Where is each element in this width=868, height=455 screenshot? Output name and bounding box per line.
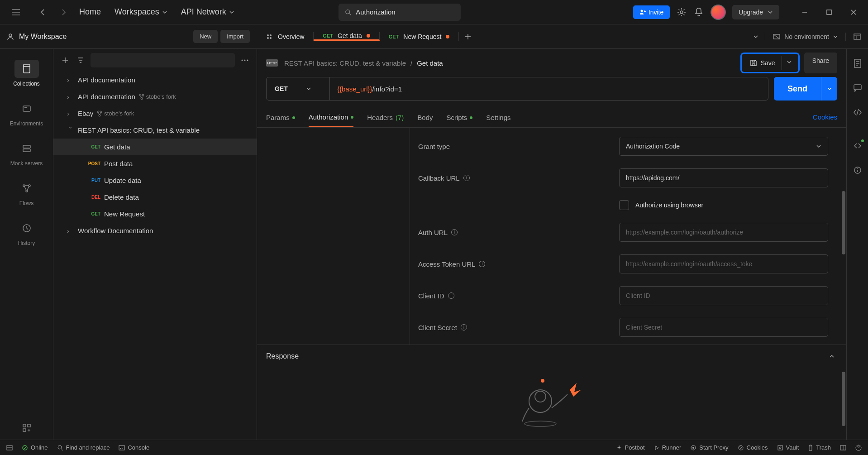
environment-selector[interactable]: No environment [765, 33, 845, 41]
rail-configure-icon[interactable] [21, 422, 32, 433]
method-selector[interactable]: GET [267, 77, 330, 100]
workspaces-nav[interactable]: Workspaces [114, 7, 167, 17]
home-nav[interactable]: Home [79, 7, 101, 17]
subtab-body[interactable]: Body [417, 108, 433, 127]
rail-collections[interactable]: Collections [0, 53, 53, 93]
client-id-input[interactable] [626, 292, 821, 299]
tree-folder[interactable]: › Ebay stobe's fork [53, 105, 257, 122]
sidebar-more-button[interactable] [239, 55, 250, 66]
save-button[interactable]: Save [744, 56, 782, 70]
upgrade-button[interactable]: Upgrade [732, 5, 779, 19]
import-button[interactable]: Import [220, 30, 250, 43]
subtab-scripts[interactable]: Scripts [447, 108, 473, 127]
callback-url-input[interactable] [626, 174, 821, 182]
svg-point-4 [9, 34, 12, 37]
sidebar-search[interactable] [91, 53, 235, 67]
subtab-authorization[interactable]: Authorization [309, 108, 354, 127]
save-dropdown-button[interactable] [782, 56, 796, 70]
rail-flows[interactable]: Flows [0, 173, 53, 213]
tree-request[interactable]: GET Get data [53, 139, 257, 155]
status-online[interactable]: Online [22, 444, 48, 451]
tree-request[interactable]: GET New Request [53, 206, 257, 222]
tab-overview[interactable]: Overview [256, 32, 314, 41]
status-find-replace[interactable]: Find and replace [57, 444, 110, 451]
global-search[interactable] [339, 4, 461, 21]
subtab-params[interactable]: Params [266, 108, 295, 127]
send-button[interactable]: Send [774, 77, 821, 101]
tree-request[interactable]: PUT Update data [53, 172, 257, 189]
hamburger-menu-icon[interactable] [9, 5, 23, 19]
rail-history[interactable]: History [0, 213, 53, 253]
right-rail-comments-icon[interactable] [852, 82, 863, 93]
settings-icon[interactable] [676, 7, 687, 18]
send-dropdown-button[interactable] [821, 77, 837, 101]
auth-url-input[interactable] [626, 229, 821, 236]
info-icon[interactable]: i [448, 292, 454, 299]
authorize-browser-checkbox[interactable] [619, 200, 629, 210]
status-start-proxy[interactable]: Start Proxy [690, 444, 728, 451]
tree-folder[interactable]: › API documentation stobe's fork [53, 88, 257, 105]
status-console[interactable]: Console [119, 444, 149, 451]
window-minimize-icon[interactable] [799, 7, 810, 18]
global-search-input[interactable] [356, 8, 454, 16]
status-vault[interactable]: Vault [777, 444, 799, 451]
right-rail-related-icon[interactable] [852, 140, 863, 151]
back-button[interactable] [36, 5, 50, 19]
status-panel-icon[interactable] [6, 445, 13, 450]
tree-folder[interactable]: › REST API basics: CRUD, test & variable [53, 122, 257, 139]
right-rail-code-icon[interactable] [852, 107, 863, 118]
notifications-icon[interactable] [693, 7, 704, 18]
tree-folder[interactable]: › Workflow Documentation [53, 222, 257, 239]
status-runner[interactable]: Runner [654, 444, 682, 451]
right-rail-info-icon[interactable] [852, 165, 863, 176]
env-quick-look[interactable] [845, 33, 868, 41]
new-tab-button[interactable] [459, 32, 477, 41]
svg-point-50 [779, 447, 781, 449]
tab-get-data[interactable]: GET Get data [314, 32, 379, 41]
sidebar-filter-button[interactable] [75, 55, 86, 66]
workspace-name[interactable]: My Workspace [6, 33, 67, 41]
tree-folder[interactable]: › API documentation [53, 72, 257, 88]
info-icon[interactable]: i [479, 261, 485, 267]
scrollbar-thumb[interactable] [842, 191, 845, 254]
status-help-icon[interactable] [855, 444, 862, 451]
tab-overflow-button[interactable] [747, 32, 765, 41]
access-token-url-input[interactable] [626, 260, 821, 268]
grant-type-select[interactable]: Authorization Code [619, 137, 828, 156]
subtab-settings[interactable]: Settings [486, 108, 510, 127]
invite-button[interactable]: Invite [633, 5, 670, 19]
modified-dot-icon [292, 116, 295, 119]
status-cookies[interactable]: Cookies [738, 444, 768, 451]
info-icon[interactable]: i [461, 324, 467, 330]
rail-mock-servers[interactable]: Mock servers [0, 133, 53, 173]
api-network-nav[interactable]: API Network [181, 7, 234, 17]
info-icon[interactable]: i [463, 175, 470, 181]
svg-point-5 [267, 34, 269, 36]
window-maximize-icon[interactable] [824, 7, 835, 18]
tree-request[interactable]: DEL Delete data [53, 189, 257, 206]
forward-button[interactable] [57, 5, 70, 19]
status-postbot[interactable]: Postbot [616, 444, 645, 451]
share-button[interactable]: Share [804, 53, 837, 73]
new-button[interactable]: New [193, 30, 218, 43]
svg-point-48 [740, 448, 741, 449]
status-two-pane-icon[interactable] [840, 444, 846, 451]
right-rail-docs-icon[interactable] [852, 58, 863, 69]
sidebar-add-button[interactable] [60, 55, 71, 66]
window-close-icon[interactable] [848, 7, 859, 18]
response-expand-button[interactable] [826, 351, 837, 362]
tree-request[interactable]: POST Post data [53, 155, 257, 172]
breadcrumb-parent[interactable]: REST API basics: CRUD, test & variable [284, 59, 406, 67]
user-avatar[interactable] [711, 5, 726, 20]
rail-environments[interactable]: Environments [0, 93, 53, 133]
info-icon[interactable]: i [451, 229, 458, 235]
svg-point-44 [692, 447, 694, 449]
http-badge-icon: HTTP [266, 59, 278, 67]
client-secret-input[interactable] [626, 324, 821, 331]
status-trash[interactable]: Trash [808, 444, 831, 451]
cookies-link[interactable]: Cookies [813, 108, 837, 127]
subtab-headers[interactable]: Headers (7) [367, 108, 404, 127]
scrollbar-thumb[interactable] [842, 372, 845, 426]
url-input[interactable]: {{base_url}}/info?id=1 [330, 77, 768, 100]
tab-new-request[interactable]: GET New Request [380, 32, 459, 41]
